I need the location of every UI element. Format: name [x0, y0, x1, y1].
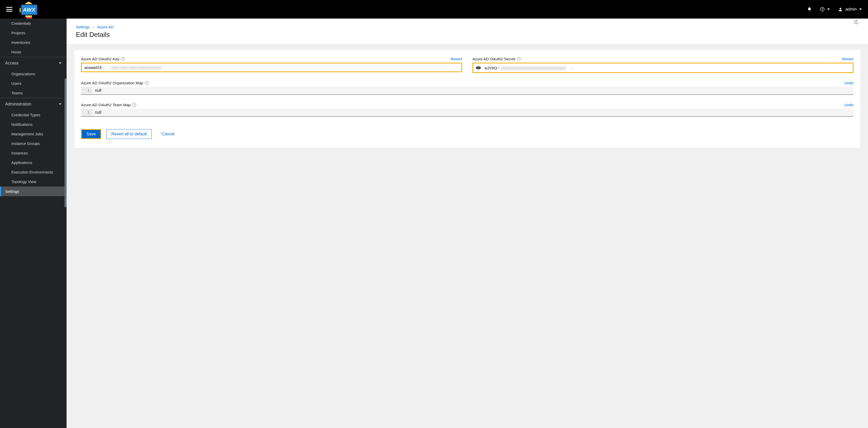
- chevron-down-icon: [59, 103, 61, 105]
- revert-secret-button[interactable]: Revert: [842, 57, 854, 61]
- sidebar-item-settings[interactable]: Settings: [0, 187, 67, 196]
- breadcrumb-azure-ad[interactable]: Azure AD: [97, 25, 114, 29]
- chevron-down-icon: [59, 62, 61, 64]
- svg-text:?: ?: [822, 8, 823, 11]
- question-circle-icon: ?: [820, 7, 825, 11]
- bell-icon: [807, 7, 812, 11]
- breadcrumb-settings[interactable]: Settings: [76, 25, 90, 29]
- notifications-button[interactable]: [807, 7, 812, 11]
- help-menu[interactable]: ?: [820, 7, 830, 11]
- history-button[interactable]: [854, 20, 859, 26]
- eye-icon[interactable]: [476, 65, 481, 70]
- ellipsis: …: [570, 66, 574, 70]
- breadcrumb-separator: ›: [93, 25, 94, 29]
- line-number: 1: [81, 87, 92, 94]
- revert-key-button[interactable]: Revert: [451, 57, 462, 61]
- page-title: Edit Details: [76, 31, 859, 39]
- code-content[interactable]: null: [92, 87, 854, 94]
- scrollbar[interactable]: [64, 78, 67, 207]
- form-card: Azure AD OAuth2 Key ? Revert xxxx-xxxx-x…: [74, 50, 860, 148]
- sidebar-group-administration[interactable]: Administration: [0, 98, 67, 110]
- logo-text: AWX: [23, 7, 36, 13]
- user-icon: [838, 7, 843, 11]
- help-icon[interactable]: ?: [121, 57, 125, 61]
- org-map-editor[interactable]: 1 null: [81, 87, 854, 95]
- sidebar-item-inventories[interactable]: Inventories: [0, 38, 67, 47]
- sidebar-item-teams[interactable]: Teams: [0, 88, 67, 98]
- sidebar-item-organizations[interactable]: Organizations: [0, 69, 67, 79]
- topbar: AWX ? admin: [0, 0, 868, 19]
- help-icon[interactable]: ?: [145, 81, 149, 85]
- history-icon: [854, 20, 859, 25]
- field-team-map: Azure AD OAuth2 Team Map ? Undo 1 null: [81, 103, 854, 117]
- code-content[interactable]: null: [92, 108, 854, 116]
- sidebar-item-credential-types[interactable]: Credential Types: [0, 110, 67, 120]
- line-number: 1: [81, 108, 92, 116]
- sidebar-item-projects[interactable]: Projects: [0, 28, 67, 38]
- sidebar-item-users[interactable]: Users: [0, 79, 67, 88]
- sidebar-item-instance-groups[interactable]: Instance Groups: [0, 139, 67, 148]
- sidebar-item-applications[interactable]: Applications: [0, 158, 67, 167]
- field-label: Azure AD OAuth2 Secret ?: [472, 57, 521, 61]
- topbar-right: ? admin: [807, 7, 862, 11]
- hamburger-menu[interactable]: [6, 7, 12, 11]
- oauth2-key-input[interactable]: [84, 65, 106, 70]
- team-map-editor[interactable]: 1 null: [81, 108, 854, 117]
- field-oauth2-key: Azure AD OAuth2 Key ? Revert xxxx-xxxx-x…: [81, 57, 462, 73]
- sidebar-item-topology-view[interactable]: Topology View: [0, 177, 67, 187]
- svg-point-2: [840, 8, 841, 9]
- sidebar-item-instances[interactable]: Instances: [0, 148, 67, 158]
- undo-org-map-button[interactable]: Undo: [844, 81, 854, 85]
- breadcrumb: Settings › Azure AD: [76, 25, 854, 29]
- sidebar-item-management-jobs[interactable]: Management Jobs: [0, 129, 67, 139]
- logo[interactable]: AWX: [18, 2, 41, 17]
- oauth2-key-input-wrap[interactable]: xxxx-xxxx-xxxx-xxxxxxxxxxxx: [81, 63, 462, 72]
- undo-team-map-button[interactable]: Undo: [844, 103, 854, 107]
- help-icon[interactable]: ?: [517, 57, 521, 61]
- help-icon[interactable]: ?: [132, 103, 136, 107]
- sidebar-item-credentials[interactable]: Credentials: [0, 19, 67, 28]
- save-button[interactable]: Save: [81, 129, 101, 139]
- field-org-map: Azure AD OAuth2 Organization Map ? Undo …: [81, 81, 854, 95]
- main-content: Settings › Azure AD Edit Details Azure A…: [67, 19, 868, 428]
- revert-all-button[interactable]: Revert all to default: [106, 129, 152, 139]
- field-label: Azure AD OAuth2 Team Map ?: [81, 103, 136, 107]
- sidebar-item-execution-environments[interactable]: Execution Environments: [0, 167, 67, 177]
- chevron-down-icon: [859, 8, 862, 10]
- sidebar-item-notifications[interactable]: Notifications: [0, 120, 67, 129]
- field-label: Azure AD OAuth2 Key ?: [81, 57, 125, 61]
- oauth2-secret-input-wrap[interactable]: wJV8Q~xxxxxxxxxxxxxxxxxxxxxxxxxxxxxxxxxx…: [472, 63, 854, 73]
- field-label: Azure AD OAuth2 Organization Map ?: [81, 81, 149, 85]
- sidebar-group-label: Access: [5, 61, 19, 65]
- user-label: admin: [845, 7, 857, 11]
- page-header: Settings › Azure AD Edit Details: [67, 19, 868, 44]
- sidebar-item-hosts[interactable]: Hosts: [0, 47, 67, 57]
- chevron-down-icon: [827, 8, 830, 10]
- cancel-button[interactable]: Cancel: [157, 129, 179, 139]
- button-row: Save Revert all to default Cancel: [81, 129, 854, 139]
- sidebar-group-access[interactable]: Access: [0, 57, 67, 69]
- sidebar: Credentials Projects Inventories Hosts A…: [0, 19, 67, 428]
- user-menu[interactable]: admin: [838, 7, 862, 11]
- sidebar-group-label: Administration: [5, 102, 31, 106]
- oauth2-secret-value: wJV8Q~xxxxxxxxxxxxxxxxxxxxxxxxxxxxxxxxxx: [485, 66, 566, 70]
- field-oauth2-secret: Azure AD OAuth2 Secret ? Revert wJV8Q~xx…: [472, 57, 854, 73]
